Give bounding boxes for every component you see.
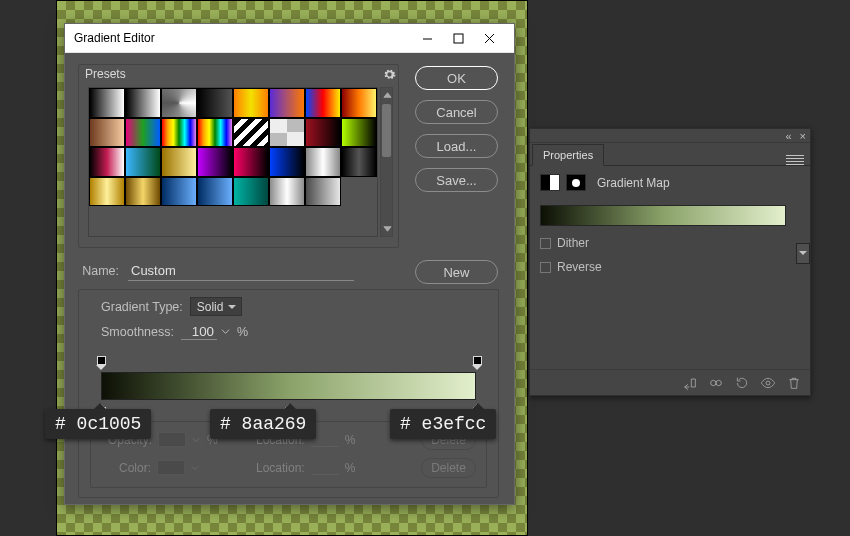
delete-icon[interactable] [786,375,802,391]
hex-callout: # e3efcc [390,409,496,439]
new-button[interactable]: New [415,260,498,284]
preset-swatch[interactable] [89,88,125,118]
preset-swatch[interactable] [305,147,341,177]
load-button[interactable]: Load... [415,134,498,158]
gradient-dropdown-button[interactable] [796,243,810,264]
preset-scrollbar[interactable] [380,87,393,237]
opacity-dropdown-icon [192,436,202,444]
svg-point-1 [711,380,716,385]
ok-button[interactable]: OK [415,66,498,90]
opacity-stop[interactable] [96,356,107,370]
maximize-button[interactable] [443,27,474,49]
preset-swatch[interactable] [305,88,341,118]
preset-swatch[interactable] [197,88,233,118]
percent-sign: % [237,325,248,339]
location-label: Location: [256,461,305,475]
close-icon[interactable]: × [800,130,806,142]
dialog-title: Gradient Editor [74,31,412,45]
save-button[interactable]: Save... [415,168,498,192]
percent-sign: % [345,461,356,475]
delete-color-stop-button: Delete [421,458,476,478]
preset-swatch[interactable] [341,88,377,118]
svg-point-3 [766,381,770,385]
name-label: Name: [79,264,119,278]
reset-icon[interactable] [734,375,750,391]
preset-swatch[interactable] [125,177,161,207]
scroll-up-icon[interactable] [382,90,393,101]
hex-callout-pointer [283,396,297,410]
minimize-button[interactable] [412,27,443,49]
hex-callout-pointer [471,396,485,410]
smoothness-input[interactable] [181,323,217,340]
preset-swatch[interactable] [89,147,125,177]
preset-swatch[interactable] [269,147,305,177]
clip-to-layer-icon[interactable] [682,375,698,391]
hex-callout: # 8aa269 [210,409,316,439]
color-label: Color: [119,461,151,475]
preset-swatch[interactable] [161,177,197,207]
visibility-icon[interactable] [760,375,776,391]
dither-checkbox[interactable]: Dither [540,236,800,250]
preset-swatch[interactable] [305,118,341,148]
preset-swatch[interactable] [161,147,197,177]
preset-swatch[interactable] [89,177,125,207]
svg-rect-0 [454,34,463,43]
hex-callout: # 0c1005 [45,409,151,439]
color-location-input [311,460,339,475]
preset-swatch[interactable] [233,147,269,177]
preset-swatch[interactable] [125,118,161,148]
name-field[interactable] [128,260,354,281]
gradient-type-select[interactable]: Solid [190,297,243,316]
preset-swatch[interactable] [125,88,161,118]
preset-swatch[interactable] [341,177,377,207]
adjustment-title: Gradient Map [597,176,670,190]
checkbox-icon [540,262,551,273]
titlebar[interactable]: Gradient Editor [65,24,514,53]
svg-point-2 [716,380,721,385]
tab-properties[interactable]: Properties [532,144,604,166]
presets-menu-gear-icon[interactable] [380,65,398,83]
preset-swatch[interactable] [269,177,305,207]
gradient-type-label: Gradient Type: [101,300,183,314]
preset-swatch[interactable] [233,88,269,118]
preset-grid [88,87,378,237]
cancel-button[interactable]: Cancel [415,100,498,124]
adjustment-icon[interactable] [540,174,560,191]
hex-callout-pointer [93,396,107,410]
preset-swatch[interactable] [341,147,377,177]
scroll-down-icon[interactable] [382,223,393,234]
panel-footer [530,369,810,395]
color-dropdown-icon [191,464,201,472]
preset-swatch[interactable] [197,177,233,207]
preset-swatch[interactable] [125,147,161,177]
preset-swatch[interactable] [269,118,305,148]
presets-label: Presets [85,67,126,81]
preset-swatch[interactable] [161,118,197,148]
smoothness-label: Smoothness: [101,325,174,339]
scroll-thumb[interactable] [382,104,391,157]
preset-swatch[interactable] [269,88,305,118]
preset-swatch[interactable] [341,118,377,148]
preset-swatch[interactable] [197,147,233,177]
smoothness-dropdown-icon[interactable] [221,327,233,336]
close-button[interactable] [474,27,505,49]
percent-sign: % [345,433,356,447]
collapse-icon[interactable]: « [785,130,791,142]
opacity-stop[interactable] [472,356,483,370]
preset-swatch[interactable] [233,177,269,207]
preset-swatch[interactable] [89,118,125,148]
panel-menu-icon[interactable] [786,155,804,165]
opacity-value [158,432,186,447]
dither-label: Dither [557,236,589,250]
mask-icon[interactable] [566,174,586,191]
preset-swatch[interactable] [305,177,341,207]
preset-swatch[interactable] [197,118,233,148]
color-swatch [157,460,185,475]
preset-swatch[interactable] [161,88,197,118]
reverse-checkbox[interactable]: Reverse [540,260,800,274]
gradient-config-panel: Gradient Type: Solid Smoothness: % Stops [78,289,499,498]
view-previous-icon[interactable] [708,375,724,391]
panel-controls: « × [530,129,810,143]
preset-swatch[interactable] [233,118,269,148]
gradient-preview[interactable] [540,205,786,226]
